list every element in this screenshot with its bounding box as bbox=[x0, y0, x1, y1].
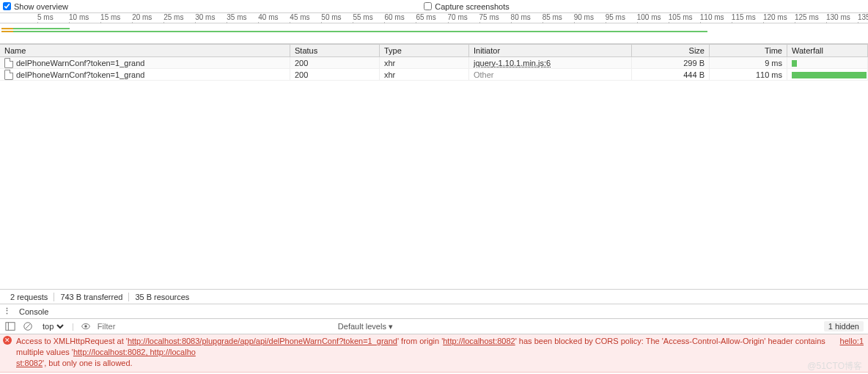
ruler-tick: 130 ms bbox=[826, 13, 850, 21]
col-header-status[interactable]: Status bbox=[290, 45, 380, 56]
overview-toolbar: Show overview Capture screenshots bbox=[0, 0, 868, 13]
console-sidebar-icon[interactable] bbox=[4, 320, 16, 332]
overview-bar bbox=[13, 28, 70, 29]
error-url-tail[interactable]: st:8082 bbox=[16, 359, 43, 367]
console-error-message[interactable]: ✕ hello:1 Access to XMLHttpRequest at 'h… bbox=[0, 334, 868, 373]
ruler-tick: 20 ms bbox=[132, 13, 152, 21]
time-cell: 9 ms bbox=[710, 57, 787, 68]
type-cell: xhr bbox=[380, 69, 469, 80]
col-header-name[interactable]: Name bbox=[0, 45, 290, 56]
ruler-tick: 50 ms bbox=[321, 13, 341, 21]
ruler-tick: 135 bbox=[858, 13, 868, 21]
watermark: @51CTO博客 bbox=[807, 360, 862, 373]
status-cell: 200 bbox=[290, 57, 380, 68]
ruler-tick: 45 ms bbox=[290, 13, 309, 21]
col-header-time[interactable]: Time bbox=[710, 45, 787, 56]
size-cell: 299 B bbox=[632, 57, 710, 68]
ruler-tick: 110 ms bbox=[700, 13, 724, 21]
show-overview-label: Show overview bbox=[14, 2, 68, 11]
col-header-size[interactable]: Size bbox=[632, 45, 710, 56]
col-header-type[interactable]: Type bbox=[380, 45, 469, 56]
hidden-count[interactable]: 1 hidden bbox=[824, 321, 864, 331]
ruler-tick: 40 ms bbox=[258, 13, 278, 21]
ruler-tick: 70 ms bbox=[448, 13, 468, 21]
time-cell: 110 ms bbox=[710, 69, 787, 80]
ruler-tick: 5 ms bbox=[37, 13, 54, 21]
show-overview-toggle[interactable]: Show overview bbox=[3, 2, 68, 11]
file-icon bbox=[4, 58, 13, 68]
initiator-text: Other bbox=[474, 70, 494, 79]
error-source-link[interactable]: hello:1 bbox=[840, 336, 864, 346]
svg-point-5 bbox=[84, 325, 87, 328]
drawer-tabs: ⋮ Console bbox=[0, 304, 868, 318]
ruler-tick: 115 ms bbox=[732, 13, 756, 21]
ruler-tick: 75 ms bbox=[479, 13, 499, 21]
capture-screenshots-toggle[interactable]: Capture screenshots bbox=[424, 2, 510, 11]
svg-rect-0 bbox=[6, 323, 15, 331]
tab-console[interactable]: Console bbox=[16, 306, 51, 318]
ruler-tick: 60 ms bbox=[384, 13, 404, 21]
ruler-tick: 80 ms bbox=[511, 13, 531, 21]
table-row[interactable]: delPhoneWarnConf?token=1_grand200xhrjque… bbox=[0, 57, 868, 69]
ruler-tick: 125 ms bbox=[795, 13, 819, 21]
ruler-tick: 15 ms bbox=[100, 13, 120, 21]
svg-line-3 bbox=[26, 324, 31, 329]
summary-transferred: 743 B transferred bbox=[54, 293, 129, 301]
clear-console-icon[interactable] bbox=[22, 320, 34, 332]
ruler-tick: 100 ms bbox=[637, 13, 661, 21]
timeline-ruler[interactable]: 5 ms10 ms15 ms20 ms25 ms30 ms35 ms40 ms4… bbox=[0, 13, 868, 23]
drawer-menu-icon[interactable]: ⋮ bbox=[3, 307, 10, 316]
size-cell: 444 B bbox=[632, 69, 710, 80]
console-filter-input[interactable] bbox=[98, 322, 185, 331]
request-name: delPhoneWarnConf?token=1_grand bbox=[16, 70, 144, 79]
error-url-1[interactable]: http://localhost:8083/plupgrade/app/api/… bbox=[128, 337, 397, 345]
context-selector[interactable]: top bbox=[40, 321, 66, 331]
summary-requests: 2 requests bbox=[4, 293, 54, 301]
overview-bar bbox=[13, 31, 707, 32]
initiator-link[interactable]: jquery-1.10.1.min.js:6 bbox=[474, 59, 551, 67]
ruler-tick: 55 ms bbox=[353, 13, 372, 21]
status-cell: 200 bbox=[290, 69, 380, 80]
ruler-tick: 25 ms bbox=[163, 13, 183, 21]
capture-screenshots-checkbox[interactable] bbox=[424, 2, 432, 10]
ruler-tick: 30 ms bbox=[195, 13, 215, 21]
live-expression-icon[interactable] bbox=[80, 320, 92, 332]
network-summary: 2 requests 743 B transferred 35 B resour… bbox=[0, 289, 868, 304]
network-table-header: Name Status Type Initiator Size Time Wat… bbox=[0, 44, 868, 57]
summary-resources: 35 B resources bbox=[129, 293, 195, 301]
ruler-tick: 105 ms bbox=[669, 13, 693, 21]
request-name: delPhoneWarnConf?token=1_grand bbox=[16, 59, 144, 67]
capture-screenshots-label: Capture screenshots bbox=[435, 2, 510, 11]
ruler-tick: 95 ms bbox=[606, 13, 625, 21]
error-icon: ✕ bbox=[3, 336, 12, 345]
waterfall-bar bbox=[792, 72, 867, 78]
log-levels-selector[interactable]: Default levels ▾ bbox=[338, 322, 393, 331]
timeline-overview[interactable] bbox=[0, 23, 868, 44]
type-cell: xhr bbox=[380, 57, 469, 68]
network-rows: delPhoneWarnConf?token=1_grand200xhrjque… bbox=[0, 57, 868, 289]
col-header-initiator[interactable]: Initiator bbox=[469, 45, 632, 56]
ruler-tick: 65 ms bbox=[416, 13, 435, 21]
console-toolbar: top | Default levels ▾ 1 hidden bbox=[0, 318, 868, 334]
table-row[interactable]: delPhoneWarnConf?token=1_grand200xhrOthe… bbox=[0, 69, 868, 81]
file-icon bbox=[4, 70, 13, 80]
ruler-tick: 85 ms bbox=[542, 13, 562, 21]
error-url-3[interactable]: http://localhost:8082, http://localho bbox=[73, 348, 196, 356]
ruler-tick: 120 ms bbox=[763, 13, 787, 21]
ruler-tick: 90 ms bbox=[574, 13, 594, 21]
ruler-tick: 10 ms bbox=[69, 13, 89, 21]
col-header-waterfall[interactable]: Waterfall bbox=[787, 45, 868, 56]
waterfall-bar bbox=[792, 60, 797, 67]
error-url-2[interactable]: http://localhost:8082 bbox=[443, 337, 515, 345]
show-overview-checkbox[interactable] bbox=[3, 2, 11, 10]
ruler-tick: 35 ms bbox=[227, 13, 246, 21]
